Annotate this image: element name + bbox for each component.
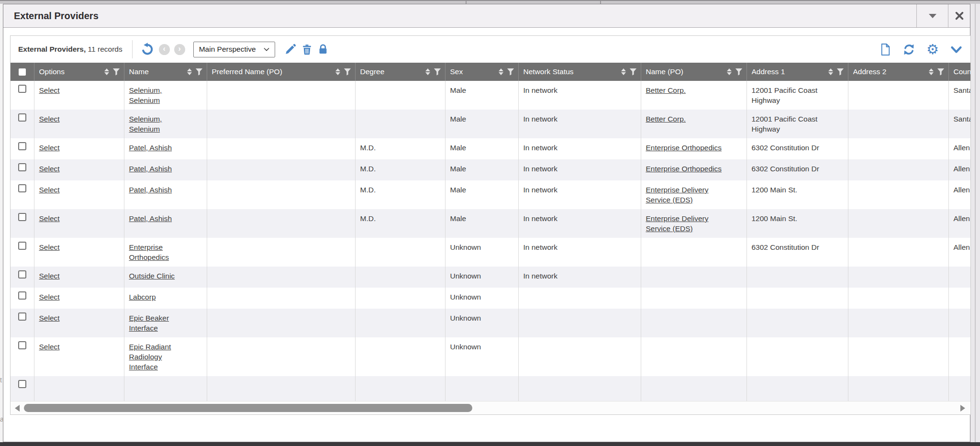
table-row: SelectPatel, AshishM.D.MaleIn networkEnt… — [11, 138, 970, 159]
options-link[interactable]: Select — [39, 343, 60, 351]
name_po-link[interactable]: Better Corp. — [646, 115, 686, 123]
sort-icon[interactable] — [425, 68, 430, 76]
scroll-left-arrow-icon[interactable] — [15, 405, 20, 412]
sort-icon[interactable] — [187, 68, 192, 76]
options-link[interactable]: Select — [39, 165, 60, 173]
row-checkbox[interactable] — [18, 380, 26, 388]
row-checkbox[interactable] — [18, 242, 26, 250]
scrollbar-thumb[interactable] — [24, 404, 472, 412]
name-link[interactable]: Patel, Ashish — [129, 214, 172, 223]
new-record-button[interactable] — [880, 43, 891, 56]
options-link[interactable]: Select — [39, 86, 60, 94]
sort-icon[interactable] — [335, 68, 340, 76]
row-checkbox[interactable] — [18, 213, 26, 221]
filter-icon[interactable] — [735, 68, 743, 76]
row-checkbox[interactable] — [18, 270, 26, 279]
row-checkbox[interactable] — [18, 163, 26, 171]
cell-address2 — [848, 376, 948, 401]
undo-button[interactable] — [140, 42, 155, 56]
name-link[interactable]: Selenium, Selenium — [129, 115, 162, 133]
settings-button[interactable]: ⚙ — [926, 43, 939, 56]
next-perspective-button[interactable]: › — [174, 44, 185, 55]
column-header-name[interactable]: Name — [124, 63, 207, 81]
column-header-address1[interactable]: Address 1 — [746, 63, 848, 81]
sort-icon[interactable] — [621, 68, 626, 76]
horizontal-scrollbar[interactable] — [11, 401, 970, 414]
row-checkbox[interactable] — [18, 184, 26, 192]
options-link[interactable]: Select — [39, 115, 60, 123]
filter-icon[interactable] — [630, 68, 637, 76]
options-link[interactable]: Select — [39, 272, 60, 280]
name-link[interactable]: Epic Radiant Radiology Interface — [129, 343, 171, 371]
options-link[interactable]: Select — [39, 293, 60, 301]
filter-icon[interactable] — [837, 68, 844, 76]
sort-icon[interactable] — [104, 68, 109, 76]
column-header-name_po[interactable]: Name (PO) — [641, 63, 746, 81]
cell-preferred_name — [207, 376, 355, 401]
name-link[interactable]: Epic Beaker Interface — [129, 314, 169, 332]
collapse-grid-button[interactable] — [950, 43, 963, 56]
options-link[interactable]: Select — [39, 314, 60, 322]
filter-icon[interactable] — [113, 68, 120, 76]
name_po-link[interactable]: Enterprise Orthopedics — [646, 144, 722, 152]
caret-down-icon — [929, 14, 936, 18]
select-all-checkbox[interactable] — [19, 68, 26, 76]
filter-icon[interactable] — [344, 68, 351, 76]
name-link[interactable]: Patel, Ashish — [129, 165, 172, 173]
edit-perspective-button[interactable] — [284, 43, 297, 56]
name-link[interactable]: Patel, Ashish — [129, 186, 172, 194]
column-header-options[interactable]: Options — [34, 63, 124, 81]
background-divider — [975, 4, 976, 442]
name_po-link[interactable]: Enterprise Orthopedics — [646, 165, 722, 173]
chevron-right-icon: › — [178, 45, 181, 53]
close-button[interactable] — [948, 4, 970, 27]
column-header-county[interactable]: County — [948, 63, 970, 81]
row-checkbox[interactable] — [18, 142, 26, 150]
row-checkbox[interactable] — [18, 113, 26, 122]
name-link[interactable]: Labcorp — [129, 293, 156, 301]
cell-preferred_name — [207, 159, 355, 180]
row-checkbox[interactable] — [18, 85, 26, 93]
row-checkbox[interactable] — [18, 312, 26, 321]
cell-sex: Unknown — [445, 288, 518, 309]
name-link[interactable]: Outside Clinic — [129, 272, 175, 280]
row-checkbox[interactable] — [18, 341, 26, 349]
column-header-degree[interactable]: Degree — [355, 63, 445, 81]
sort-icon[interactable] — [929, 68, 934, 76]
cell-degree — [355, 81, 445, 110]
delete-perspective-button[interactable] — [301, 44, 313, 56]
options-link[interactable]: Select — [39, 214, 60, 223]
name-link[interactable]: Patel, Ashish — [129, 144, 172, 152]
collapse-button[interactable] — [916, 4, 948, 27]
column-header-address2[interactable]: Address 2 — [848, 63, 948, 81]
refresh-button[interactable] — [902, 43, 915, 56]
row-checkbox[interactable] — [18, 291, 26, 300]
column-header-sex[interactable]: Sex — [445, 63, 518, 81]
column-header-preferred_name[interactable]: Preferred Name (PO) — [207, 63, 355, 81]
filter-icon[interactable] — [937, 68, 945, 76]
name-link[interactable]: Selenium, Selenium — [129, 86, 162, 104]
name_po-link[interactable]: Better Corp. — [646, 86, 686, 94]
cell-checkbox — [11, 376, 34, 401]
sort-icon[interactable] — [727, 68, 732, 76]
sort-icon[interactable] — [828, 68, 833, 76]
name_po-link[interactable]: Enterprise Delivery Service (EDS) — [646, 186, 709, 204]
new-document-icon — [880, 43, 891, 56]
name_po-link[interactable]: Enterprise Delivery Service (EDS) — [646, 214, 709, 233]
filter-icon[interactable] — [507, 68, 514, 76]
lock-perspective-button[interactable] — [317, 44, 329, 55]
column-header-network_status[interactable]: Network Status — [518, 63, 641, 81]
options-link[interactable]: Select — [39, 144, 60, 152]
filter-icon[interactable] — [434, 68, 441, 76]
cell-sex: Unknown — [445, 267, 518, 288]
name-link[interactable]: Enterprise Orthopedics — [129, 243, 169, 261]
filter-icon[interactable] — [196, 68, 203, 76]
sort-icon[interactable] — [499, 68, 503, 76]
previous-perspective-button[interactable]: ‹ — [159, 44, 170, 55]
scroll-right-arrow-icon[interactable] — [960, 405, 965, 412]
options-link[interactable]: Select — [39, 186, 60, 194]
perspective-select[interactable]: Main Perspective — [193, 42, 275, 57]
options-link[interactable]: Select — [39, 243, 60, 251]
table-row: SelectEpic Radiant Radiology InterfaceUn… — [11, 337, 970, 376]
header-row: OptionsNamePreferred Name (PO)DegreeSexN… — [11, 63, 970, 81]
